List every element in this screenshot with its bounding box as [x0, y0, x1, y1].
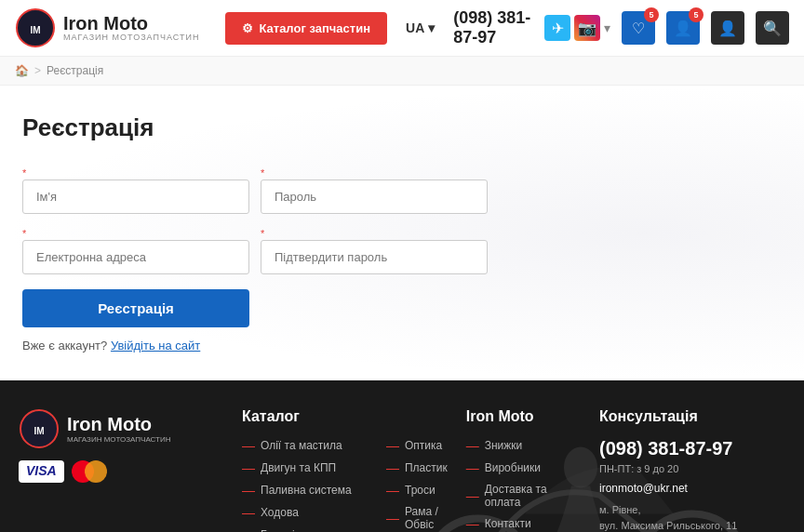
submit-wrapper: Реєстрація — [22, 286, 249, 327]
footer-consult-col: Консультація (098) 381-87-97 ПН-ПТ: з 9 … — [599, 408, 785, 532]
footer-catalog-title: Каталог — [242, 408, 448, 425]
footer: ↑ IM Iron Moto МАГАЗИН МОТОЗАПЧАСТИН — [0, 380, 804, 532]
logo-sub: МАГАЗИН МОТОЗАПЧАСТИН — [63, 33, 199, 42]
dash-icon: — — [242, 527, 255, 532]
registration-form: * * * * Реєстрація — [22, 165, 782, 327]
footer-email-text: ironmoto@ukr.net — [599, 482, 688, 495]
already-label: Вже є аккаунт? — [22, 339, 107, 352]
profile-icon: 👤 — [718, 20, 737, 37]
login-link-label: Увійдіть на сайт — [111, 339, 200, 352]
name-required: * — [22, 167, 26, 179]
svg-text:IM: IM — [34, 426, 44, 436]
footer-consult-title: Консультація — [599, 408, 785, 425]
payment-icons: VISA — [19, 460, 223, 483]
breadcrumb: 🏠 > Реєстрація — [0, 57, 804, 86]
wishlist-button[interactable]: ♡ 5 — [622, 11, 655, 45]
mastercard-logo — [72, 460, 109, 483]
footer-catalog-link[interactable]: —Пластик — [386, 460, 448, 475]
password-input[interactable] — [261, 180, 488, 214]
gear-icon: ⚙ — [242, 21, 253, 35]
logo-icon: IM — [15, 7, 56, 48]
footer-phone: (098) 381-87-97 — [599, 438, 785, 459]
logo-title: Iron Moto — [63, 14, 199, 33]
dash-icon: — — [466, 438, 479, 453]
telegram-icon[interactable]: ✈ — [544, 15, 570, 41]
social-icons-header: ✈ 📷 ▾ — [544, 15, 610, 41]
dash-icon: — — [386, 460, 399, 475]
footer-iron-link[interactable]: —Виробники — [466, 460, 581, 475]
footer-address: м. Рівне, вул. Максима Рильського, 11 — [599, 502, 785, 532]
footer-street: вул. Максима Рильського, 11 — [599, 520, 737, 531]
instagram-icon[interactable]: 📷 — [574, 15, 600, 41]
footer-catalog-link[interactable]: —Троси — [386, 483, 448, 498]
footer-iron-link[interactable]: —Контакти — [466, 516, 581, 531]
user-badge: 5 — [689, 7, 704, 22]
password-required: * — [261, 167, 264, 179]
footer-iron-link[interactable]: —Доставка та оплата — [466, 483, 581, 509]
breadcrumb-separator: > — [34, 64, 41, 77]
visa-logo: VISA — [19, 460, 64, 483]
wishlist-badge: 5 — [644, 7, 659, 22]
chevron-down-icon-social[interactable]: ▾ — [604, 20, 610, 35]
footer-catalog-link[interactable]: —Ходова — [242, 505, 371, 520]
confirm-password-field-wrapper: * — [261, 225, 488, 274]
footer-catalog-link[interactable]: —Паливна система — [242, 483, 371, 498]
footer-grid: IM Iron Moto МАГАЗИН МОТОЗАПЧАСТИН VISA … — [19, 408, 785, 532]
email-required: * — [22, 228, 26, 239]
footer-logo-sub: МАГАЗИН МОТОЗАПЧАСТИН — [67, 435, 171, 444]
phone-number: (098) 381-87-97 — [453, 8, 533, 47]
search-button[interactable]: 🔍 — [756, 11, 789, 45]
footer-catalog-grid: —Олії та мастила—Двигун та КПП—Паливна с… — [242, 438, 448, 532]
main-content: Реєстрація * * * * Реєстрація — [0, 86, 804, 380]
footer-email: ironmoto@ukr.net — [599, 482, 785, 495]
footer-catalog-link[interactable]: —Олії та мастила — [242, 438, 371, 453]
header: IM Iron Moto МАГАЗИН МОТОЗАПЧАСТИН ⚙ Кат… — [0, 0, 804, 57]
email-field-wrapper: * — [22, 225, 249, 274]
name-input[interactable] — [22, 180, 249, 214]
footer-iron-col: Iron Moto —Знижки—Виробники—Доставка та … — [466, 408, 581, 532]
footer-catalog-link[interactable]: —Оптика — [386, 438, 448, 453]
dash-icon: — — [466, 460, 479, 475]
dash-icon: — — [242, 505, 255, 520]
footer-iron-title: Iron Moto — [466, 408, 581, 425]
breadcrumb-current: Реєстрація — [47, 64, 103, 77]
profile-button[interactable]: 👤 — [711, 11, 744, 45]
already-account-text: Вже є аккаунт? Увійдіть на сайт — [22, 339, 782, 352]
dash-icon: — — [242, 438, 255, 453]
dash-icon: — — [466, 488, 479, 503]
dash-icon: — — [386, 483, 399, 498]
catalog-label: Каталог запчастин — [259, 21, 370, 35]
footer-iron-links: —Знижки—Виробники—Доставка та оплата—Кон… — [466, 438, 581, 532]
footer-catalog-link[interactable]: —Рама / Обвіс — [386, 505, 448, 531]
register-button[interactable]: Реєстрація — [22, 289, 249, 327]
dash-icon: — — [386, 511, 399, 525]
user-button[interactable]: 👤 5 — [666, 11, 700, 45]
footer-catalog-col2: —Оптика—Пластик—Троси—Рама / Обвіс—Коліс… — [386, 438, 448, 532]
user-icon: 👤 — [674, 20, 692, 37]
heart-icon: ♡ — [632, 20, 645, 37]
footer-catalog-col1: —Олії та мастила—Двигун та КПП—Паливна с… — [242, 438, 371, 532]
footer-catalog-link[interactable]: —Гальмівна система — [242, 527, 371, 532]
footer-logo-col: IM Iron Moto МАГАЗИН МОТОЗАПЧАСТИН VISA — [19, 408, 223, 532]
register-label: Реєстрація — [98, 300, 174, 316]
footer-catalog-link[interactable]: —Двигун та КПП — [242, 460, 371, 475]
dash-icon: — — [242, 483, 255, 498]
password-field-wrapper: * — [261, 165, 488, 214]
footer-hours: ПН-ПТ: з 9 до 20 — [599, 463, 785, 474]
footer-logo-icon: IM — [19, 408, 60, 449]
footer-city: м. Рівне, — [599, 504, 641, 515]
confirm-password-input[interactable] — [261, 240, 488, 274]
search-icon: 🔍 — [763, 20, 782, 37]
catalog-button[interactable]: ⚙ Каталог запчастин — [225, 12, 387, 45]
logo[interactable]: IM Iron Moto МАГАЗИН МОТОЗАПЧАСТИН — [15, 7, 199, 48]
language-selector[interactable]: UA ▾ — [406, 20, 435, 35]
home-icon: 🏠 — [15, 64, 29, 77]
email-input[interactable] — [22, 240, 249, 274]
login-link[interactable]: Увійдіть на сайт — [111, 339, 200, 352]
footer-iron-link[interactable]: —Знижки — [466, 438, 581, 453]
dash-icon: — — [386, 438, 399, 453]
breadcrumb-home[interactable]: 🏠 — [15, 64, 29, 77]
footer-catalog-col: Каталог —Олії та мастила—Двигун та КПП—П… — [242, 408, 448, 532]
footer-logo[interactable]: IM Iron Moto МАГАЗИН МОТОЗАПЧАСТИН — [19, 408, 223, 449]
footer-logo-title: Iron Moto — [67, 414, 171, 435]
